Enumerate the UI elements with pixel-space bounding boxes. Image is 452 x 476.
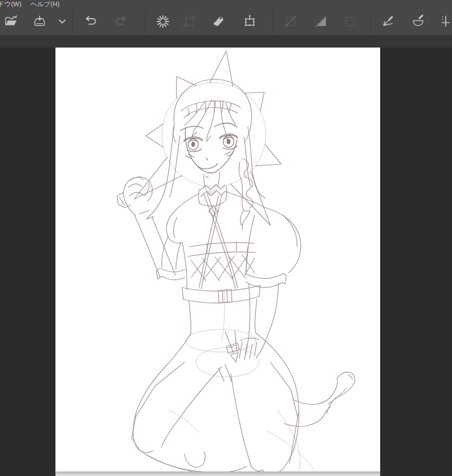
open-folder-icon bbox=[4, 14, 19, 29]
snap-off-icon bbox=[283, 14, 298, 29]
torso bbox=[166, 172, 300, 334]
transform-handles-icon bbox=[243, 14, 257, 29]
snap-vanishing-point-button[interactable] bbox=[380, 14, 395, 29]
hair bbox=[147, 79, 265, 230]
vanishing-point-pen-icon bbox=[380, 14, 395, 29]
cross-snap-icon bbox=[440, 14, 452, 29]
menu-bar: ドウ(W) ヘルプ(H) bbox=[0, 0, 452, 8]
canvas-bottom-edge bbox=[55, 471, 380, 476]
undo-button[interactable] bbox=[84, 14, 99, 29]
redo-arrow-icon bbox=[113, 14, 127, 29]
snap-curve-button[interactable] bbox=[411, 14, 425, 29]
open-file-button[interactable] bbox=[4, 14, 19, 29]
right-arm bbox=[239, 273, 286, 360]
menu-item-help[interactable]: ヘルプ(H) bbox=[30, 0, 60, 8]
deselect-button[interactable] bbox=[156, 14, 170, 29]
paint-bucket-icon bbox=[212, 14, 226, 29]
snap-off-button[interactable] bbox=[283, 14, 298, 29]
drawing-canvas[interactable] bbox=[55, 48, 380, 471]
raised-arm-and-fist bbox=[117, 177, 185, 280]
pencil-sketch-artwork bbox=[55, 48, 380, 471]
paint-app-window: { "menu_bar": { "items": [ {"label": "ドウ… bbox=[0, 0, 452, 476]
inverse-selection-icon bbox=[182, 14, 197, 29]
save-tray-icon bbox=[32, 14, 47, 29]
toolbar-separator bbox=[145, 11, 145, 32]
save-button[interactable] bbox=[32, 14, 47, 29]
curve-bowl-pen-icon bbox=[411, 14, 425, 29]
redo-button[interactable] bbox=[113, 14, 127, 29]
undo-arrow-icon bbox=[84, 14, 99, 29]
menu-item-window[interactable]: ドウ(W) bbox=[0, 0, 22, 8]
toolbar-separator bbox=[72, 11, 73, 32]
snap-parallel-icon bbox=[314, 14, 329, 29]
legs bbox=[132, 331, 355, 471]
snap-marquee-button[interactable] bbox=[343, 14, 358, 29]
sunburst-deselect-icon bbox=[156, 14, 170, 29]
snap-parallel-button[interactable] bbox=[314, 14, 329, 29]
transform-button[interactable] bbox=[243, 14, 257, 29]
snap-cross-button[interactable] bbox=[440, 14, 452, 29]
fill-button[interactable] bbox=[212, 14, 226, 29]
toolbar bbox=[0, 8, 452, 35]
rounded-marquee-icon bbox=[343, 14, 358, 29]
save-options-button[interactable] bbox=[55, 14, 70, 29]
toolbar-separator bbox=[273, 11, 273, 32]
star-halo bbox=[134, 51, 281, 225]
canvas-workspace bbox=[0, 48, 452, 476]
chevron-down-icon bbox=[55, 14, 70, 29]
toolbar-lower-strip bbox=[0, 35, 452, 48]
toolbar-separator bbox=[370, 11, 371, 32]
invert-selection-button[interactable] bbox=[182, 14, 197, 29]
